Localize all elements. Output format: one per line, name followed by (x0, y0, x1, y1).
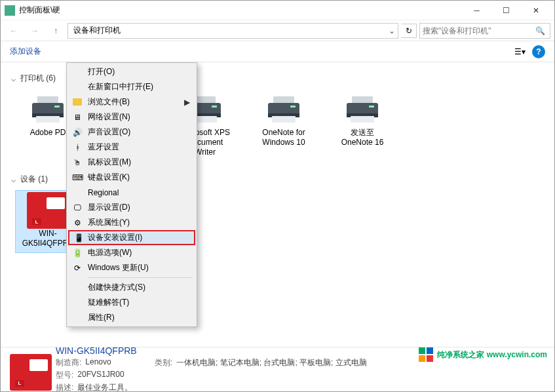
menu-item[interactable]: ᚼ蓝牙设置 (68, 140, 195, 155)
printer-icon (263, 94, 305, 125)
category-value: 一体机电脑; 笔记本电脑; 台式电脑; 平板电脑; 立式电脑 (176, 357, 367, 368)
svg-rect-23 (351, 116, 374, 123)
search-box[interactable]: 🔍 (419, 23, 550, 39)
mouse-icon: 🖱 (72, 157, 83, 168)
desc-value: 最佳业务工具。 (77, 382, 132, 392)
category-label: 类别: (155, 357, 172, 368)
menu-item-label: 键盘设置(K) (88, 172, 130, 183)
printer-icon (341, 94, 383, 125)
toolbar: 添加设备 ☰▾ ? (1, 41, 554, 62)
menu-item-label: 疑难解答(T) (88, 297, 129, 308)
minimize-button[interactable]: ─ (462, 1, 491, 20)
svg-rect-24 (369, 106, 374, 108)
menu-item[interactable]: 打开(O) (68, 64, 195, 79)
menu-item-label: 浏览文件(B) (88, 96, 130, 108)
upd-icon: ⟳ (72, 263, 83, 273)
menu-item-label: 电源选项(W) (88, 247, 132, 258)
dropdown-icon[interactable]: ⌄ (389, 26, 395, 35)
chevron-down-icon: ⌵ (9, 74, 18, 83)
menu-item[interactable]: 🔊声音设置(O) (68, 125, 195, 140)
menu-item[interactable]: Regional (68, 185, 195, 200)
svg-rect-3 (36, 116, 60, 123)
menu-item[interactable]: 创建快捷方式(S) (68, 280, 195, 295)
search-input[interactable] (423, 26, 533, 35)
address-field[interactable]: 设备和打印机 ⌄ (67, 23, 398, 39)
menu-item-label: 鼠标设置(M) (88, 157, 131, 168)
menu-item[interactable]: 属性(R) (68, 310, 195, 325)
menu-item-label: 显示设置(D) (88, 202, 130, 213)
context-menu: 打开(O)在新窗口中打开(E)浏览文件(B)▶🖥网络设置(N)🔊声音设置(O)ᚼ… (66, 62, 197, 327)
item-label: OneNote for Windows 10 (256, 128, 312, 147)
add-device-button[interactable]: 添加设备 (10, 46, 41, 57)
menu-item[interactable]: ⌨键盘设置(K) (68, 170, 195, 185)
net-icon: 🖥 (72, 112, 83, 123)
submenu-arrow-icon: ▶ (184, 98, 190, 107)
window-title: 控制面板\硬 (19, 5, 462, 16)
menu-item[interactable]: 浏览文件(B)▶ (68, 94, 195, 109)
menu-item-label: 蓝牙设置 (88, 142, 119, 153)
menu-item[interactable]: 🖱鼠标设置(M) (68, 155, 195, 170)
pwr-icon: 🔋 (72, 248, 83, 258)
menu-item-label: Regional (88, 188, 119, 197)
dev-icon: 📱 (73, 233, 84, 243)
menu-item[interactable]: 在新窗口中打开(E) (68, 79, 195, 94)
control-panel-icon (5, 5, 15, 16)
menu-item[interactable]: 🖥网络设置(N) (68, 109, 195, 125)
svg-rect-18 (272, 116, 296, 123)
close-button[interactable]: ✕ (521, 1, 550, 20)
svg-rect-20 (352, 96, 373, 103)
refresh-button[interactable]: ↻ (401, 24, 417, 38)
menu-separator (88, 277, 193, 278)
menu-item[interactable]: ⟳Windows 更新(U) (68, 260, 195, 275)
view-options-button[interactable]: ☰▾ (512, 45, 527, 59)
item-label: 发送至 OneNote 16 (334, 128, 391, 147)
forward-button[interactable]: → (26, 22, 44, 40)
watermark-logo-icon (419, 347, 433, 362)
manufacturer-value: Lenovo (85, 357, 111, 368)
details-title: WIN-GK5II4QFPRB (56, 345, 367, 356)
kb-icon: ⌨ (72, 172, 83, 183)
printer-item[interactable]: OneNote for Windows 10 (251, 89, 316, 162)
svg-rect-14 (212, 106, 217, 108)
breadcrumb-segment[interactable]: 设备和打印机 (71, 25, 123, 36)
sys-icon: ⚙ (72, 218, 83, 228)
menu-item-label: 设备安装设置(I) (88, 232, 142, 243)
manufacturer-label: 制造商: (56, 357, 81, 368)
back-button[interactable]: ← (5, 22, 23, 40)
model-label: 型号: (56, 370, 73, 381)
menu-item-label: 声音设置(O) (88, 127, 130, 138)
menu-item[interactable]: 疑难解答(T) (68, 295, 195, 310)
bt-icon: ᚼ (72, 142, 83, 153)
up-button[interactable]: ↑ (47, 22, 65, 40)
address-bar: ← → ↑ 设备和打印机 ⌄ ↻ 🔍 (1, 20, 554, 41)
menu-item[interactable]: ⚙系统属性(Y) (68, 215, 195, 230)
watermark: 纯净系统之家 www.ycwin.com (419, 347, 547, 362)
svg-rect-4 (54, 106, 60, 108)
menu-item[interactable]: 📱设备安装设置(I) (68, 230, 195, 245)
devices-group-label: 设备 (1) (20, 174, 48, 185)
title-bar: 控制面板\硬 ─ ☐ ✕ (1, 1, 554, 20)
desc-label: 描述: (56, 382, 73, 392)
svg-rect-10 (195, 96, 216, 103)
folder-icon (72, 97, 83, 108)
search-icon[interactable]: 🔍 (533, 26, 547, 35)
menu-item-label: 系统属性(Y) (88, 217, 130, 228)
maximize-button[interactable]: ☐ (491, 1, 521, 20)
menu-item-label: 属性(R) (88, 312, 115, 323)
menu-item[interactable]: 🖵显示设置(D) (68, 200, 195, 215)
svg-rect-15 (273, 96, 294, 103)
menu-item-label: 创建快捷方式(S) (88, 282, 145, 293)
printer-item[interactable]: 发送至 OneNote 16 (330, 89, 395, 162)
menu-item[interactable]: 🔋电源选项(W) (68, 245, 195, 260)
menu-item-label: 在新窗口中打开(E) (88, 81, 153, 92)
help-icon[interactable]: ? (532, 45, 545, 58)
device-icon: L (10, 354, 47, 385)
content-area: 打开(O)在新窗口中打开(E)浏览文件(B)▶🖥网络设置(N)🔊声音设置(O)ᚼ… (1, 62, 554, 347)
chevron-down-icon: ⌵ (9, 175, 18, 184)
device-icon: L (27, 195, 69, 226)
sound-icon: 🔊 (72, 127, 83, 138)
menu-item-label: 打开(O) (88, 66, 115, 77)
menu-item-label: 网络设置(N) (88, 111, 130, 123)
svg-rect-0 (37, 96, 58, 103)
disp-icon: 🖵 (72, 203, 83, 213)
